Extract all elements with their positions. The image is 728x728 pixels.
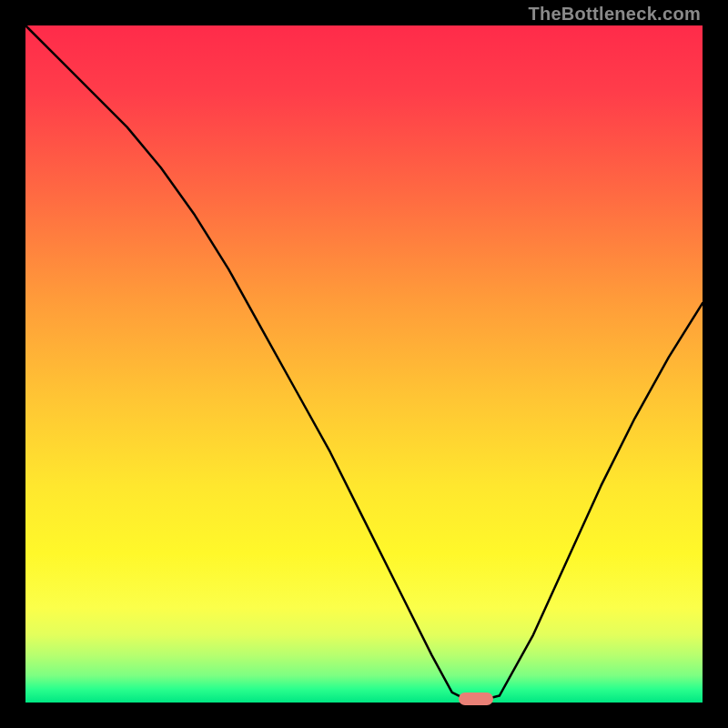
optimal-marker: [459, 693, 493, 705]
bottleneck-curve: [25, 25, 703, 703]
plot-area: [25, 25, 703, 703]
watermark-label: TheBottleneck.com: [528, 4, 701, 25]
chart-container: TheBottleneck.com: [0, 0, 728, 728]
